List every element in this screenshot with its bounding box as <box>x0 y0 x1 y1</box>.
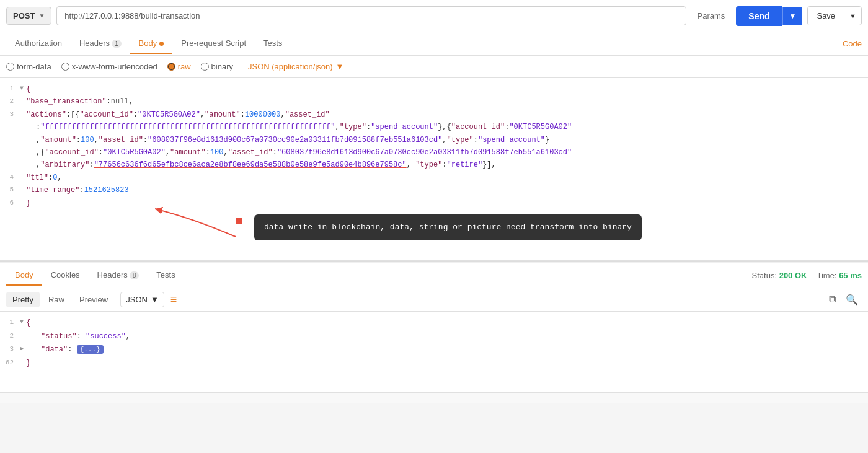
wrap-lines-button[interactable]: ≡ <box>167 291 181 309</box>
search-response-button[interactable]: 🔍 <box>842 291 862 308</box>
save-group: Save ▼ <box>807 6 862 25</box>
save-button[interactable]: Save <box>808 7 844 25</box>
request-tabs-row: Authorization Headers1 Body Pre-request … <box>0 32 868 56</box>
tab-headers[interactable]: Headers1 <box>71 33 130 54</box>
body-dot <box>159 42 164 46</box>
data-collapsed-badge[interactable]: {...} <box>77 345 104 354</box>
send-group: Send ▼ <box>736 6 802 26</box>
code-line-3c: ▼ ,"amount":100,"asset_id":"608037f96e8d… <box>0 134 868 146</box>
tab-tests[interactable]: Tests <box>255 33 291 54</box>
json-fmt-chevron-icon: ▼ <box>151 295 159 304</box>
resp-tab-tests[interactable]: Tests <box>148 265 184 286</box>
url-encoded-option[interactable]: x-www-form-urlencoded <box>61 62 157 71</box>
fmt-pretty[interactable]: Pretty <box>6 292 40 307</box>
send-dropdown-button[interactable]: ▼ <box>782 7 803 25</box>
annotation-arrow <box>143 206 242 243</box>
response-body-viewer: 1 ▼ { 2 ▼ "status": "success", 3 ▶ "data… <box>0 312 868 392</box>
save-dropdown-button[interactable]: ▼ <box>844 8 861 24</box>
method-label: POST <box>13 11 35 20</box>
resp-line-4: 62 ▼ } <box>0 357 868 371</box>
code-line-4: 4 ▼ "ttl":0, <box>0 172 868 184</box>
response-tabs-row: Body Cookies Headers8 Tests Status: 200 … <box>0 263 868 288</box>
send-button[interactable]: Send <box>736 6 782 26</box>
json-type-chevron-icon: ▼ <box>336 62 344 71</box>
code-line-6: 6 ▼ } <box>0 197 868 209</box>
annotation-tooltip: data write in blockchain, data, string o… <box>254 214 642 240</box>
method-selector[interactable]: POST ▼ <box>6 7 51 25</box>
resp-line-3: 3 ▶ "data": {...} <box>0 343 868 357</box>
code-line-5: 5 ▼ "time_range":1521625823 <box>0 184 868 196</box>
headers-badge: 1 <box>112 40 122 48</box>
body-options-row: form-data x-www-form-urlencoded raw bina… <box>0 56 868 78</box>
raw-option[interactable]: raw <box>167 62 191 71</box>
method-chevron-icon: ▼ <box>38 12 45 19</box>
response-status-area: Status: 200 OK Time: 65 ms <box>752 271 862 280</box>
form-data-option[interactable]: form-data <box>6 62 51 71</box>
fmt-preview[interactable]: Preview <box>73 292 114 307</box>
code-link[interactable]: Code <box>843 39 862 48</box>
response-format-row: Pretty Raw Preview JSON ▼ ≡ ⧉ 🔍 <box>0 288 868 312</box>
annotation-dot <box>236 218 242 224</box>
resp-tab-body[interactable]: Body <box>6 265 42 286</box>
annotation-area: data write in blockchain, data, string o… <box>0 212 868 255</box>
time-value: 65 ms <box>839 271 862 280</box>
request-body-editor[interactable]: 1 ▼ { 2 ▼ "base_transaction":null, 3 ▼ "… <box>0 78 868 261</box>
code-line-3: 3 ▼ "actions":[{"account_id":"0KTC5R5G0A… <box>0 108 868 121</box>
resp-headers-badge: 8 <box>130 271 140 279</box>
tab-pre-request-script[interactable]: Pre-request Script <box>172 33 255 54</box>
binary-option[interactable]: binary <box>201 62 233 71</box>
code-line-3b: ▼ :"ffffffffffffffffffffffffffffffffffff… <box>0 121 868 133</box>
code-line-2: 2 ▼ "base_transaction":null, <box>0 95 868 108</box>
bottom-scrollbar[interactable] <box>0 392 868 403</box>
code-line-3e: ▼ ,"arbitrary":"77656c636f6d65efbc8ce6ac… <box>0 159 868 171</box>
params-button[interactable]: Params <box>691 7 732 24</box>
resp-tab-cookies[interactable]: Cookies <box>42 265 89 286</box>
fmt-raw[interactable]: Raw <box>42 292 71 307</box>
top-bar: POST ▼ Params Send ▼ Save ▼ <box>0 0 868 32</box>
resp-line-2: 2 ▼ "status": "success", <box>0 330 868 344</box>
resp-tab-headers[interactable]: Headers8 <box>89 265 148 286</box>
url-input[interactable] <box>56 6 686 25</box>
code-line-1: 1 ▼ { <box>0 83 868 95</box>
resp-line-1: 1 ▼ { <box>0 317 868 330</box>
copy-response-button[interactable]: ⧉ <box>825 291 839 307</box>
tab-authorization[interactable]: Authorization <box>6 33 71 54</box>
status-value: 200 OK <box>779 271 807 280</box>
code-line-3d: ▼ ,{"account_id":"0KTC5R5G0A02","amount"… <box>0 146 868 159</box>
request-body-wrapper: 1 ▼ { 2 ▼ "base_transaction":null, 3 ▼ "… <box>0 78 868 261</box>
json-type-selector[interactable]: JSON (application/json) ▼ <box>248 62 343 71</box>
tab-body[interactable]: Body <box>130 33 173 54</box>
json-format-selector[interactable]: JSON ▼ <box>120 292 164 307</box>
